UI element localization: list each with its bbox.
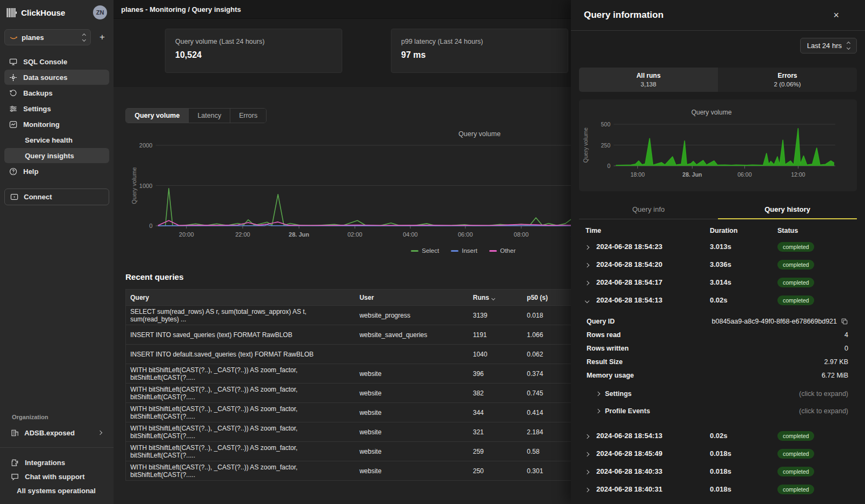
query-cell: WITH bitShiftLeft(CAST(?..), _CAST(?..))…: [126, 403, 355, 422]
table-row[interactable]: INSERT INTO saved_queries (text) FORMAT …: [126, 325, 574, 345]
footer-item-chat-with-support[interactable]: Chat with support: [0, 469, 114, 483]
history-row[interactable]: 2024-06-28 18:54:13 0.02s completed: [579, 427, 857, 445]
history-row[interactable]: 2024-06-28 18:54:20 3.036s completed: [579, 256, 857, 273]
sidebar-item-settings[interactable]: Settings: [4, 101, 109, 116]
history-row[interactable]: 2024-06-28 18:40:33 0.018s completed: [579, 462, 857, 480]
history-row[interactable]: 2024-06-28 18:54:17 3.014s completed: [579, 273, 857, 291]
status-badge: completed: [777, 431, 814, 441]
user-cell: website: [355, 384, 469, 403]
history-row[interactable]: 2024-06-28 18:54:13 0.02s completed: [579, 291, 857, 309]
history-status: completed: [777, 485, 814, 494]
stat-label: p99 latency (Last 24 hours): [401, 38, 558, 45]
history-status: completed: [777, 295, 814, 305]
status-badge: completed: [777, 278, 814, 287]
expand-chevron-icon[interactable]: [585, 260, 596, 268]
expand-chevron-icon[interactable]: [585, 432, 596, 440]
table-row[interactable]: WITH bitShiftLeft(CAST(?..), _CAST(?..))…: [126, 384, 574, 403]
avatar[interactable]: ZN: [93, 5, 107, 19]
runs-cell: 344: [469, 403, 523, 422]
p50-cell: 0.374: [523, 364, 574, 384]
history-status: completed: [777, 449, 814, 459]
history-status: completed: [777, 467, 814, 476]
tab-query-volume[interactable]: Query volume: [126, 109, 189, 123]
close-icon[interactable]: ×: [833, 10, 839, 20]
status-badge: completed: [777, 467, 814, 476]
col-duration: Duration: [710, 227, 777, 234]
table-row[interactable]: WITH bitShiftLeft(CAST(?..), _CAST(?..))…: [126, 364, 574, 384]
col-time: Time: [585, 227, 710, 234]
detail-row-rows-read: Rows read4: [579, 328, 857, 341]
legend-item-other[interactable]: Other: [489, 247, 516, 254]
history-row[interactable]: 2024-06-28 18:45:49 0.018s completed: [579, 445, 857, 462]
detail-value: 6.72 MiB: [634, 372, 848, 379]
expand-chevron-icon[interactable]: [585, 243, 596, 251]
column-header-runs[interactable]: Runs: [469, 290, 523, 306]
table-row[interactable]: WITH bitShiftLeft(CAST(?..), _CAST(?..))…: [126, 422, 574, 442]
expand-chevron-icon[interactable]: [585, 467, 596, 475]
history-status: completed: [777, 431, 814, 441]
y-axis-label: Query volume: [582, 127, 589, 163]
chart-title: Query volume: [458, 130, 501, 138]
workspace-row: planes +: [4, 29, 108, 45]
collapse-chevron-icon[interactable]: [585, 296, 596, 304]
legend-swatch: [451, 250, 458, 252]
sidebar-item-monitoring[interactable]: Monitoring: [4, 117, 109, 132]
column-header-query[interactable]: Query: [126, 290, 355, 306]
organization-row[interactable]: ADSB.exposed: [0, 425, 114, 441]
expandable-profile-events[interactable]: Profile Events(click to expand): [579, 402, 857, 420]
legend-item-select[interactable]: Select: [411, 247, 439, 254]
integrations-icon: [11, 459, 19, 467]
tab-latency[interactable]: Latency: [189, 109, 230, 123]
expand-chevron-icon[interactable]: [585, 278, 596, 286]
table-row[interactable]: WITH bitShiftLeft(CAST(?..), _CAST(?..))…: [126, 403, 574, 422]
sidebar-item-query-insights[interactable]: Query insights: [4, 148, 109, 163]
footer-item-all-systems-operational[interactable]: All systems operational: [0, 483, 114, 498]
sidebar-item-help[interactable]: Help: [4, 164, 109, 179]
segment-errors[interactable]: Errors2 (0.06%): [718, 68, 857, 92]
sidebar-item-sql-console[interactable]: SQL Console: [4, 54, 109, 69]
footer-item-integrations[interactable]: Integrations: [0, 455, 114, 469]
history-time: 2024-06-28 18:40:31: [596, 485, 710, 493]
expand-chevron-icon[interactable]: [585, 449, 596, 458]
add-service-button[interactable]: +: [96, 32, 108, 43]
panel-tab-query-history[interactable]: Query history: [718, 201, 857, 219]
tab-errors[interactable]: Errors: [230, 109, 266, 123]
help-icon: [9, 167, 17, 176]
history-status: completed: [777, 260, 814, 270]
query-cell: WITH bitShiftLeft(CAST(?..), _CAST(?..))…: [126, 364, 355, 384]
table-row[interactable]: WITH bitShiftLeft(CAST(?..), _CAST(?..))…: [126, 442, 574, 461]
legend-item-insert[interactable]: Insert: [451, 247, 477, 254]
history-row[interactable]: 2024-06-28 18:54:23 3.013s completed: [579, 238, 857, 256]
copy-icon[interactable]: [841, 318, 848, 325]
column-header-p50-s-[interactable]: p50 (s): [523, 290, 574, 306]
table-row[interactable]: SELECT sum(read_rows) AS r, sum(total_ro…: [126, 306, 574, 325]
settings-icon: [9, 105, 17, 113]
table-row[interactable]: WITH bitShiftLeft(CAST(?..), _CAST(?..))…: [126, 461, 574, 481]
sidebar-item-data-sources[interactable]: Data sources: [4, 70, 109, 85]
expand-hint: (click to expand): [631, 390, 848, 398]
history-row[interactable]: 2024-06-28 18:40:31 0.018s completed: [579, 480, 857, 498]
p50-cell: 1.066: [523, 325, 574, 345]
history-duration: 3.036s: [710, 260, 777, 268]
p50-cell: 0.58: [523, 442, 574, 461]
history-status: completed: [777, 278, 814, 287]
expand-chevron-icon[interactable]: [585, 485, 596, 493]
legend-swatch: [489, 250, 497, 252]
select-chevrons-icon: [847, 42, 850, 49]
segment-all-runs[interactable]: All runs3,138: [579, 68, 718, 92]
sidebar-item-service-health[interactable]: Service health: [4, 132, 109, 147]
history-time: 2024-06-28 18:54:13: [596, 296, 710, 304]
expandable-settings[interactable]: Settings(click to expand): [579, 385, 857, 402]
workspace-select[interactable]: planes: [4, 29, 91, 45]
footer-item-label: Integrations: [25, 459, 65, 467]
panel-tab-query-info[interactable]: Query info: [579, 201, 718, 219]
legend-label: Select: [422, 247, 439, 254]
time-range-select[interactable]: Last 24 hrs: [800, 38, 857, 53]
detail-value: 0: [629, 345, 848, 352]
connect-button[interactable]: Connect: [4, 189, 109, 205]
sidebar-item-backups[interactable]: Backups: [4, 85, 109, 100]
expandable-label: Settings: [605, 390, 631, 398]
user-cell: website: [355, 403, 469, 422]
column-header-user[interactable]: User: [355, 290, 469, 306]
table-row[interactable]: INSERT INTO default.saved_queries (text)…: [126, 345, 574, 364]
